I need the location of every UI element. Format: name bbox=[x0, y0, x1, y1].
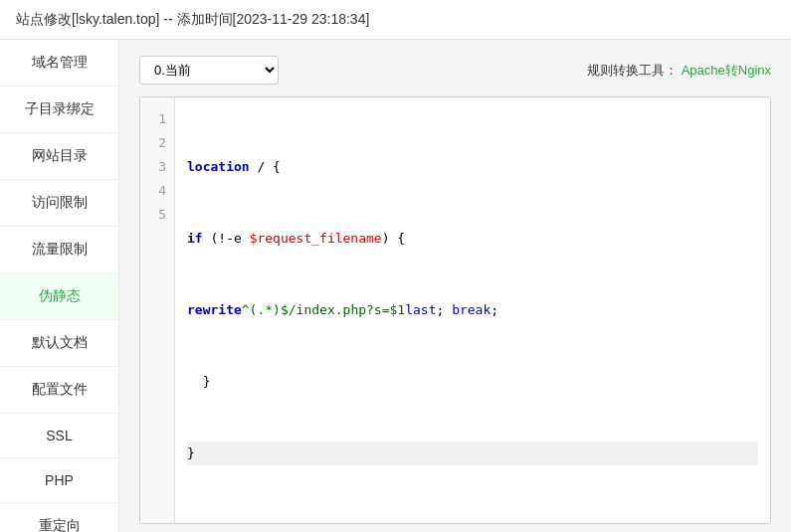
title-bar: 站点修改[lsky.talen.top] -- 添加时间[2023-11-29 … bbox=[0, 0, 791, 40]
sidebar-item-domain[interactable]: 域名管理 bbox=[0, 40, 118, 87]
code-line-2: if (!-e $request_filename) { bbox=[187, 227, 758, 251]
code-line-1: location / { bbox=[187, 155, 758, 179]
code-line-4: } bbox=[187, 370, 758, 394]
apache-to-nginx-link[interactable]: Apache转Nginx bbox=[682, 63, 771, 78]
title-text: 站点修改[lsky.talen.top] -- 添加时间[2023-11-29 … bbox=[16, 11, 369, 29]
sidebar: 域名管理 子目录绑定 网站目录 访问限制 流量限制 伪静态 默认文档 配置文件 … bbox=[0, 40, 119, 532]
code-line-3: rewrite ^(.*)$ /index.php?s=$1 last; bre… bbox=[187, 298, 758, 322]
code-line-5: } bbox=[187, 442, 758, 465]
sidebar-item-default[interactable]: 默认文档 bbox=[0, 320, 118, 367]
sidebar-item-traffic[interactable]: 流量限制 bbox=[0, 227, 118, 273]
sidebar-item-php[interactable]: PHP bbox=[0, 458, 118, 503]
line-numbers: 1 2 3 4 5 bbox=[140, 97, 175, 523]
top-controls: 0.当前 1.版本1 2.版本2 规则转换工具： Apache转Nginx bbox=[139, 56, 771, 85]
tool-link-container: 规则转换工具： Apache转Nginx bbox=[587, 62, 771, 80]
main-content: 0.当前 1.版本1 2.版本2 规则转换工具： Apache转Nginx 1 … bbox=[119, 40, 791, 532]
sidebar-item-ssl[interactable]: SSL bbox=[0, 414, 118, 458]
code-area[interactable]: location / { if (!-e $request_filename) … bbox=[175, 97, 770, 523]
version-select[interactable]: 0.当前 1.版本1 2.版本2 bbox=[139, 56, 279, 85]
code-content: 1 2 3 4 5 location / { if (!-e $request_… bbox=[140, 97, 770, 523]
sidebar-item-redirect[interactable]: 重定向 bbox=[0, 503, 118, 532]
main-layout: 域名管理 子目录绑定 网站目录 访问限制 流量限制 伪静态 默认文档 配置文件 … bbox=[0, 40, 791, 532]
code-editor: 1 2 3 4 5 location / { if (!-e $request_… bbox=[139, 96, 771, 524]
sidebar-item-rewrite[interactable]: 伪静态 bbox=[0, 273, 118, 320]
sidebar-item-sitedir[interactable]: 网站目录 bbox=[0, 133, 118, 180]
sidebar-item-access[interactable]: 访问限制 bbox=[0, 180, 118, 227]
tool-label: 规则转换工具： bbox=[587, 63, 678, 78]
sidebar-item-config[interactable]: 配置文件 bbox=[0, 367, 118, 414]
sidebar-item-subdir[interactable]: 子目录绑定 bbox=[0, 87, 118, 133]
